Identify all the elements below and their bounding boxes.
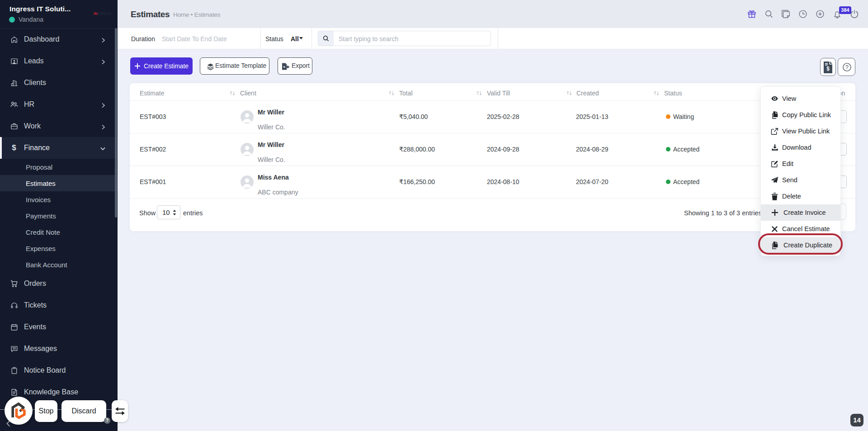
svg-text:?: ? xyxy=(845,64,849,71)
svg-text:$: $ xyxy=(826,66,830,72)
